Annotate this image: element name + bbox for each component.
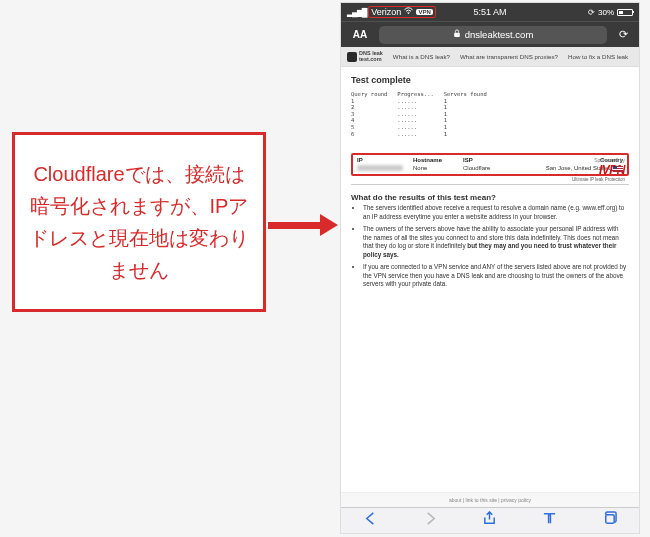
svg-rect-1	[454, 33, 460, 37]
carrier-label: Verizon	[371, 7, 401, 17]
forward-button[interactable]	[423, 511, 438, 530]
nav-link-proxies[interactable]: What are transparent DNS proxies?	[460, 53, 558, 60]
divider	[351, 184, 629, 185]
query-progress-table: Query round Progress... Servers found 1 …	[351, 91, 629, 137]
svg-rect-2	[605, 515, 613, 523]
browser-url-bar: AA dnsleaktest.com ⟳	[341, 21, 639, 47]
bookmarks-button[interactable]	[542, 511, 557, 530]
nav-link-what-is[interactable]: What is a DNS leak?	[393, 53, 450, 60]
ip-blurred	[357, 165, 403, 171]
carrier-vpn-highlight: Verizon VPN	[368, 6, 435, 18]
results-bullet-3: If you are connected to a VPN service an…	[363, 263, 627, 289]
site-logo[interactable]: DNS leaktest.com	[347, 51, 383, 62]
results-bullet-1: The servers identified above receive a r…	[363, 204, 627, 221]
safari-toolbar	[341, 507, 639, 533]
phone-screenshot: ▂▄▆█ Verizon VPN 5:51 AM ⟳ 30% AA dnslea…	[340, 2, 640, 534]
vpn-badge: VPN	[416, 9, 432, 15]
arrow-icon	[268, 216, 338, 234]
col-ip: IP	[357, 157, 413, 163]
nav-link-fix[interactable]: How to fix a DNS leak	[568, 53, 628, 60]
results-heading: What do the results of this test mean?	[341, 189, 639, 204]
url-text: dnsleaktest.com	[465, 29, 534, 40]
logo-icon	[347, 52, 357, 62]
us-flag-icon	[613, 166, 623, 172]
signal-icon: ▂▄▆█	[347, 8, 366, 17]
status-bar: ▂▄▆█ Verizon VPN 5:51 AM ⟳ 30%	[341, 3, 639, 21]
status-time: 5:51 AM	[473, 7, 506, 17]
test-complete-heading: Test complete	[351, 75, 629, 85]
rotation-lock-icon: ⟳	[588, 8, 595, 17]
wifi-icon	[404, 7, 413, 17]
share-button[interactable]	[482, 511, 497, 530]
annotation-text: Cloudflareでは、接続は暗号化されますが、IPアドレスと現在地は変わりま…	[25, 158, 253, 286]
battery-percent: 30%	[598, 8, 614, 17]
results-explanation-list: The servers identified above receive a r…	[341, 204, 639, 293]
battery-icon	[617, 9, 633, 16]
sponsor-tagline: Ultimate IP leak Protection	[572, 177, 625, 182]
tabs-button[interactable]	[602, 511, 617, 530]
address-field[interactable]: dnsleaktest.com	[379, 26, 607, 44]
annotation-callout: Cloudflareでは、接続は暗号化されますが、IPアドレスと現在地は変わりま…	[12, 132, 266, 312]
col-isp: ISP	[463, 157, 523, 163]
back-button[interactable]	[363, 511, 378, 530]
isp-value: Cloudflare	[463, 165, 523, 172]
reload-button[interactable]: ⟳	[613, 28, 633, 41]
hostname-value: None	[413, 165, 463, 172]
col-hostname: Hostname	[413, 157, 463, 163]
page-content: DNS leaktest.com What is a DNS leak? Wha…	[341, 47, 639, 507]
page-footer-links[interactable]: about | link to this site | privacy poli…	[341, 492, 639, 507]
results-bullet-2: The owners of the servers above have the…	[363, 225, 627, 259]
lock-icon	[453, 29, 461, 40]
svg-point-0	[408, 13, 409, 14]
site-nav: DNS leaktest.com What is a DNS leak? Wha…	[341, 47, 639, 67]
reader-aa-button[interactable]: AA	[347, 29, 373, 40]
